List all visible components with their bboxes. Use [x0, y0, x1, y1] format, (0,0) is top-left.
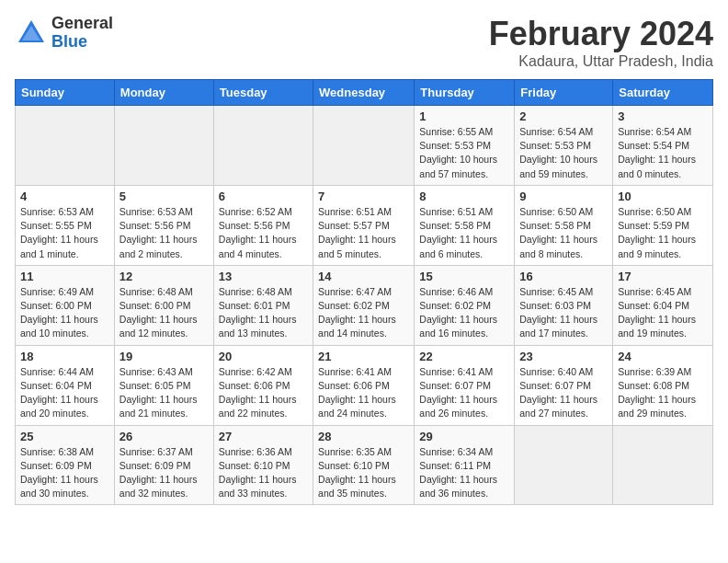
logo-blue: Blue — [51, 33, 113, 52]
calendar-cell: 12Sunrise: 6:48 AM Sunset: 6:00 PM Dayli… — [114, 265, 213, 345]
calendar-cell: 19Sunrise: 6:43 AM Sunset: 6:05 PM Dayli… — [114, 345, 213, 425]
calendar-cell: 25Sunrise: 6:38 AM Sunset: 6:09 PM Dayli… — [16, 425, 115, 505]
calendar-week-row: 4Sunrise: 6:53 AM Sunset: 5:55 PM Daylig… — [16, 185, 713, 265]
calendar-cell: 15Sunrise: 6:46 AM Sunset: 6:02 PM Dayli… — [415, 265, 515, 345]
day-info: Sunrise: 6:53 AM Sunset: 5:55 PM Dayligh… — [20, 205, 109, 261]
calendar-cell: 11Sunrise: 6:49 AM Sunset: 6:00 PM Dayli… — [16, 265, 115, 345]
logo-general: General — [51, 15, 113, 33]
calendar-cell: 9Sunrise: 6:50 AM Sunset: 5:58 PM Daylig… — [515, 185, 613, 265]
day-info: Sunrise: 6:50 AM Sunset: 5:59 PM Dayligh… — [618, 205, 708, 261]
header-day: Wednesday — [313, 80, 415, 106]
day-number: 14 — [318, 270, 409, 283]
calendar-cell — [515, 425, 613, 505]
month-title: February 2024 — [489, 15, 713, 53]
day-info: Sunrise: 6:44 AM Sunset: 6:04 PM Dayligh… — [20, 365, 109, 421]
day-number: 17 — [618, 270, 708, 283]
day-info: Sunrise: 6:54 AM Sunset: 5:53 PM Dayligh… — [519, 125, 608, 181]
day-number: 24 — [618, 350, 708, 363]
calendar-cell: 13Sunrise: 6:48 AM Sunset: 6:01 PM Dayli… — [213, 265, 313, 345]
day-number: 1 — [419, 109, 509, 123]
calendar-cell: 17Sunrise: 6:45 AM Sunset: 6:04 PM Dayli… — [613, 265, 713, 345]
day-info: Sunrise: 6:37 AM Sunset: 6:09 PM Dayligh… — [119, 445, 209, 501]
logo-icon — [15, 17, 48, 50]
day-info: Sunrise: 6:50 AM Sunset: 5:58 PM Dayligh… — [519, 205, 608, 261]
calendar-week-row: 18Sunrise: 6:44 AM Sunset: 6:04 PM Dayli… — [16, 345, 713, 425]
calendar-cell: 14Sunrise: 6:47 AM Sunset: 6:02 PM Dayli… — [313, 265, 415, 345]
day-info: Sunrise: 6:47 AM Sunset: 6:02 PM Dayligh… — [318, 285, 409, 341]
day-info: Sunrise: 6:51 AM Sunset: 5:58 PM Dayligh… — [419, 205, 509, 261]
calendar-cell: 26Sunrise: 6:37 AM Sunset: 6:09 PM Dayli… — [114, 425, 213, 505]
day-info: Sunrise: 6:35 AM Sunset: 6:10 PM Dayligh… — [318, 445, 409, 501]
day-number: 20 — [219, 350, 308, 363]
day-number: 16 — [519, 270, 608, 283]
day-number: 19 — [119, 350, 209, 363]
day-info: Sunrise: 6:45 AM Sunset: 6:04 PM Dayligh… — [618, 285, 708, 341]
day-number: 9 — [519, 190, 608, 203]
day-number: 29 — [419, 430, 509, 443]
day-number: 7 — [318, 190, 409, 203]
day-number: 2 — [519, 109, 608, 123]
day-info: Sunrise: 6:40 AM Sunset: 6:07 PM Dayligh… — [519, 365, 608, 421]
day-info: Sunrise: 6:43 AM Sunset: 6:05 PM Dayligh… — [119, 365, 209, 421]
day-info: Sunrise: 6:54 AM Sunset: 5:54 PM Dayligh… — [618, 125, 708, 181]
day-number: 27 — [219, 430, 308, 443]
day-info: Sunrise: 6:46 AM Sunset: 6:02 PM Dayligh… — [419, 285, 509, 341]
day-info: Sunrise: 6:51 AM Sunset: 5:57 PM Dayligh… — [318, 205, 409, 261]
calendar-cell: 28Sunrise: 6:35 AM Sunset: 6:10 PM Dayli… — [313, 425, 415, 505]
title-area: February 2024 Kadaura, Uttar Pradesh, In… — [489, 15, 713, 70]
day-info: Sunrise: 6:49 AM Sunset: 6:00 PM Dayligh… — [20, 285, 109, 341]
calendar-cell — [213, 106, 313, 186]
day-number: 6 — [219, 190, 308, 203]
calendar-cell — [313, 106, 415, 186]
calendar-cell: 8Sunrise: 6:51 AM Sunset: 5:58 PM Daylig… — [415, 185, 515, 265]
day-info: Sunrise: 6:53 AM Sunset: 5:56 PM Dayligh… — [119, 205, 209, 261]
calendar-cell: 7Sunrise: 6:51 AM Sunset: 5:57 PM Daylig… — [313, 185, 415, 265]
header-day: Tuesday — [213, 80, 313, 106]
day-info: Sunrise: 6:52 AM Sunset: 5:56 PM Dayligh… — [219, 205, 308, 261]
day-info: Sunrise: 6:38 AM Sunset: 6:09 PM Dayligh… — [20, 445, 109, 501]
day-number: 5 — [119, 190, 209, 203]
calendar-cell: 23Sunrise: 6:40 AM Sunset: 6:07 PM Dayli… — [515, 345, 613, 425]
header-day: Thursday — [415, 80, 515, 106]
calendar-week-row: 25Sunrise: 6:38 AM Sunset: 6:09 PM Dayli… — [16, 425, 713, 505]
calendar-week-row: 1Sunrise: 6:55 AM Sunset: 5:53 PM Daylig… — [16, 106, 713, 186]
calendar-cell: 10Sunrise: 6:50 AM Sunset: 5:59 PM Dayli… — [613, 185, 713, 265]
day-number: 12 — [119, 270, 209, 283]
day-number: 15 — [419, 270, 509, 283]
calendar-cell: 29Sunrise: 6:34 AM Sunset: 6:11 PM Dayli… — [415, 425, 515, 505]
calendar-cell: 16Sunrise: 6:45 AM Sunset: 6:03 PM Dayli… — [515, 265, 613, 345]
calendar-cell: 3Sunrise: 6:54 AM Sunset: 5:54 PM Daylig… — [613, 106, 713, 186]
logo-text: General Blue — [51, 15, 113, 52]
calendar-cell: 24Sunrise: 6:39 AM Sunset: 6:08 PM Dayli… — [613, 345, 713, 425]
page-header: General Blue February 2024 Kadaura, Utta… — [15, 15, 713, 70]
calendar-week-row: 11Sunrise: 6:49 AM Sunset: 6:00 PM Dayli… — [16, 265, 713, 345]
day-info: Sunrise: 6:45 AM Sunset: 6:03 PM Dayligh… — [519, 285, 608, 341]
calendar-cell: 27Sunrise: 6:36 AM Sunset: 6:10 PM Dayli… — [213, 425, 313, 505]
day-info: Sunrise: 6:39 AM Sunset: 6:08 PM Dayligh… — [618, 365, 708, 421]
calendar-cell: 21Sunrise: 6:41 AM Sunset: 6:06 PM Dayli… — [313, 345, 415, 425]
day-number: 22 — [419, 350, 509, 363]
location-title: Kadaura, Uttar Pradesh, India — [489, 53, 713, 70]
header-day: Saturday — [613, 80, 713, 106]
calendar-cell: 1Sunrise: 6:55 AM Sunset: 5:53 PM Daylig… — [415, 106, 515, 186]
day-info: Sunrise: 6:42 AM Sunset: 6:06 PM Dayligh… — [219, 365, 308, 421]
calendar-cell: 6Sunrise: 6:52 AM Sunset: 5:56 PM Daylig… — [213, 185, 313, 265]
calendar-cell — [613, 425, 713, 505]
calendar-cell: 2Sunrise: 6:54 AM Sunset: 5:53 PM Daylig… — [515, 106, 613, 186]
calendar-cell — [114, 106, 213, 186]
day-info: Sunrise: 6:48 AM Sunset: 6:01 PM Dayligh… — [219, 285, 308, 341]
day-info: Sunrise: 6:36 AM Sunset: 6:10 PM Dayligh… — [219, 445, 308, 501]
calendar-header-row: SundayMondayTuesdayWednesdayThursdayFrid… — [16, 80, 713, 106]
day-number: 28 — [318, 430, 409, 443]
day-number: 21 — [318, 350, 409, 363]
day-info: Sunrise: 6:41 AM Sunset: 6:07 PM Dayligh… — [419, 365, 509, 421]
header-day: Sunday — [16, 80, 115, 106]
calendar-cell — [16, 106, 115, 186]
header-day: Monday — [114, 80, 213, 106]
day-number: 4 — [20, 190, 109, 203]
day-number: 11 — [20, 270, 109, 283]
day-number: 10 — [618, 190, 708, 203]
calendar-cell: 5Sunrise: 6:53 AM Sunset: 5:56 PM Daylig… — [114, 185, 213, 265]
day-info: Sunrise: 6:34 AM Sunset: 6:11 PM Dayligh… — [419, 445, 509, 501]
day-number: 25 — [20, 430, 109, 443]
